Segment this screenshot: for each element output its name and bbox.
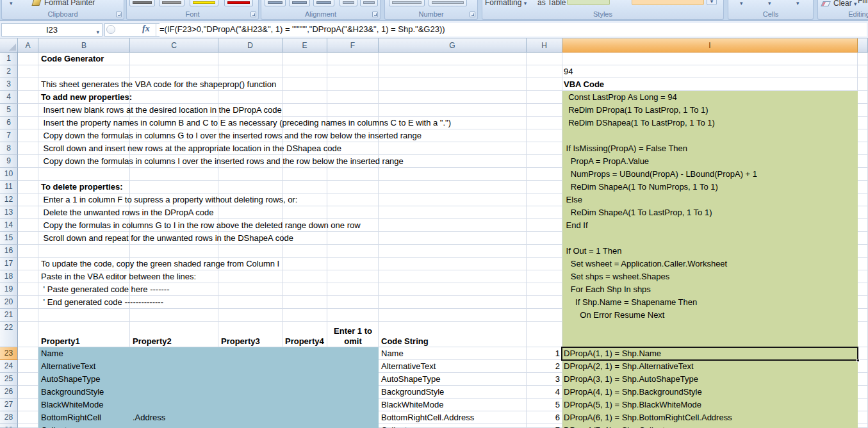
- font-color-button[interactable]: [224, 0, 253, 6]
- cell-B14[interactable]: Copy the formulas in columns G to I in t…: [41, 219, 361, 232]
- cell-H25[interactable]: 3: [527, 373, 560, 386]
- cell-I10[interactable]: NumProps = UBound(PropA) - LBound(PropA)…: [564, 168, 757, 181]
- row-header-8[interactable]: 8: [0, 142, 18, 155]
- cell-G23[interactable]: Name: [381, 347, 404, 360]
- cell-I28[interactable]: DPropA(6, 1) = Shp.BottomRightCell.Addre…: [564, 411, 732, 424]
- cell-G29[interactable]: Callout: [381, 424, 407, 428]
- row-header-9[interactable]: 9: [0, 155, 18, 168]
- row-header-27[interactable]: 27: [0, 399, 18, 411]
- row-header-4[interactable]: 4: [0, 91, 18, 104]
- indent-button[interactable]: [340, 0, 357, 6]
- row-header-20[interactable]: 20: [0, 296, 18, 309]
- cell-B13[interactable]: Delete the unwanted rows in the DPropA c…: [41, 206, 214, 219]
- alignment-dialog-launcher-icon[interactable]: [372, 12, 378, 17]
- cell-B19[interactable]: ' Paste generated code here -------: [41, 283, 169, 296]
- cell-B18[interactable]: Paste in the VBA editor between the line…: [41, 270, 196, 283]
- col-header-F[interactable]: F: [327, 38, 379, 53]
- row-header-6[interactable]: 6: [0, 117, 18, 129]
- cell-I6[interactable]: ReDim DShapea(1 To LastProp, 1 To 1): [564, 117, 715, 129]
- cell-I4[interactable]: Const LastProp As Long = 94: [564, 91, 677, 104]
- cell-I29[interactable]: DPropA(7, 1) = Shp.Callout: [564, 424, 665, 428]
- cell-B24[interactable]: AlternativeText: [41, 360, 95, 373]
- format-as-table-button[interactable]: as Table ▾: [537, 0, 571, 7]
- cell-D22[interactable]: Property3: [221, 336, 260, 347]
- col-header-H[interactable]: H: [527, 38, 562, 53]
- insert-dropdown-arrow-icon[interactable]: ▾: [740, 0, 743, 6]
- row-header-24[interactable]: 24: [0, 360, 18, 373]
- cell-B15[interactable]: Scroll down and repeat for the unwanted …: [41, 232, 293, 245]
- cell-B3[interactable]: This sheet generates the VBA code for th…: [41, 78, 276, 91]
- cell-I13[interactable]: ReDim ShapeA(1 To LastProp, 1 To 1): [564, 206, 712, 219]
- cell-G28[interactable]: BottomRightCell.Address: [381, 411, 474, 424]
- cell-G25[interactable]: AutoShapeType: [381, 373, 441, 386]
- cell-G22[interactable]: Code String: [381, 336, 429, 347]
- merge-center-button[interactable]: [360, 0, 378, 6]
- cell-I16[interactable]: If Out = 1 Then: [564, 245, 621, 258]
- cell-I20[interactable]: If Shp.Name = Shapename Then: [564, 296, 697, 309]
- row-header-21[interactable]: 21: [0, 309, 18, 322]
- fill-button[interactable]: Fill: [858, 0, 867, 5]
- number-format-button[interactable]: [389, 0, 425, 6]
- row-header-19[interactable]: 19: [0, 283, 18, 296]
- col-header-I[interactable]: I: [562, 38, 858, 53]
- row-header-23[interactable]: 23: [0, 347, 18, 360]
- col-header-C[interactable]: C: [130, 38, 218, 53]
- delete-dropdown-arrow-icon[interactable]: ▾: [768, 0, 771, 6]
- col-header-G[interactable]: G: [379, 38, 527, 53]
- border-button[interactable]: [129, 0, 155, 6]
- cell-H23[interactable]: 1: [527, 347, 560, 360]
- fill-color-button[interactable]: [190, 0, 218, 6]
- cell-I24[interactable]: DPropA(2, 1) = Shp.AlternativeText: [564, 360, 694, 373]
- row-header-14[interactable]: 14: [0, 219, 18, 232]
- cell-I3[interactable]: VBA Code: [564, 78, 604, 91]
- name-box[interactable]: I23▾: [1, 23, 102, 37]
- cell-B11[interactable]: To delete properties:: [41, 181, 123, 193]
- styles-gallery-scroll[interactable]: ▾: [707, 0, 717, 5]
- row-header-12[interactable]: 12: [0, 193, 18, 206]
- cell-B28[interactable]: BottomRightCell: [41, 411, 101, 424]
- cell-H28[interactable]: 6: [527, 411, 560, 424]
- row-header-13[interactable]: 13: [0, 206, 18, 219]
- cell-I9[interactable]: PropA = PropA.Value: [564, 155, 649, 168]
- cell-I2[interactable]: 94: [564, 65, 573, 78]
- cell-I18[interactable]: Set shps = wsheet.Shapes: [564, 270, 669, 283]
- cell-H24[interactable]: 2: [527, 360, 560, 373]
- cell-I27[interactable]: DPropA(5, 1) = Shp.BlackWhiteMode: [564, 399, 701, 411]
- cell-H29[interactable]: 7: [527, 424, 560, 428]
- align-right-button[interactable]: [313, 0, 334, 6]
- clipboard-dialog-launcher-icon[interactable]: [116, 12, 122, 17]
- row-header-15[interactable]: 15: [0, 232, 18, 245]
- col-header-E[interactable]: E: [283, 38, 327, 53]
- cell-I21[interactable]: On Error Resume Next: [564, 309, 665, 322]
- cell-H27[interactable]: 5: [527, 399, 560, 411]
- cell-I25[interactable]: DPropA(3, 1) = Shp.AutoShapeType: [564, 373, 698, 386]
- conditional-formatting-button[interactable]: Formatting ▾: [485, 0, 527, 7]
- row-header-26[interactable]: 26: [0, 386, 18, 399]
- col-header-partial[interactable]: [858, 38, 868, 53]
- formula-input[interactable]: =(IF(F23>0,"DPropA("&H23&", 1) = """"","…: [160, 23, 867, 37]
- col-header-A[interactable]: A: [18, 38, 38, 53]
- cell-B25[interactable]: AutoShapeType: [41, 373, 101, 386]
- fill-handle[interactable]: [856, 359, 860, 362]
- cell-I12[interactable]: Else: [564, 193, 582, 206]
- cell-F22[interactable]: Enter 1 to omit: [327, 326, 379, 347]
- number-dialog-launcher-icon[interactable]: [470, 12, 475, 17]
- cell-H26[interactable]: 4: [527, 386, 560, 399]
- insert-function-button[interactable]: fx: [142, 24, 150, 34]
- cell-B1[interactable]: Code Generator: [41, 53, 104, 65]
- row-header-16[interactable]: 16: [0, 245, 18, 258]
- row-header-18[interactable]: 18: [0, 270, 18, 283]
- select-all-corner[interactable]: [0, 38, 18, 53]
- row-header-10[interactable]: 10: [0, 168, 18, 181]
- row-header-5[interactable]: 5: [0, 104, 18, 117]
- row-header-22[interactable]: 22: [0, 322, 18, 347]
- cell-B20[interactable]: ' End generated code --------------: [41, 296, 163, 309]
- cell-B26[interactable]: BackgroundStyle: [41, 386, 104, 399]
- cell-I5[interactable]: ReDim DPropa(1 To LastProp, 1 To 1): [564, 104, 708, 117]
- col-header-B[interactable]: B: [38, 38, 130, 53]
- cell-B7[interactable]: Copy down the formulas in columns G to I…: [41, 129, 422, 142]
- cell-I17[interactable]: Set wsheet = Application.Caller.Workshee…: [564, 258, 727, 270]
- cell-B9[interactable]: Copy down the formulas in columns I over…: [41, 155, 404, 168]
- cell-G26[interactable]: BackgroundStyle: [381, 386, 444, 399]
- cell-B6[interactable]: Insert the property names in column B an…: [41, 117, 451, 129]
